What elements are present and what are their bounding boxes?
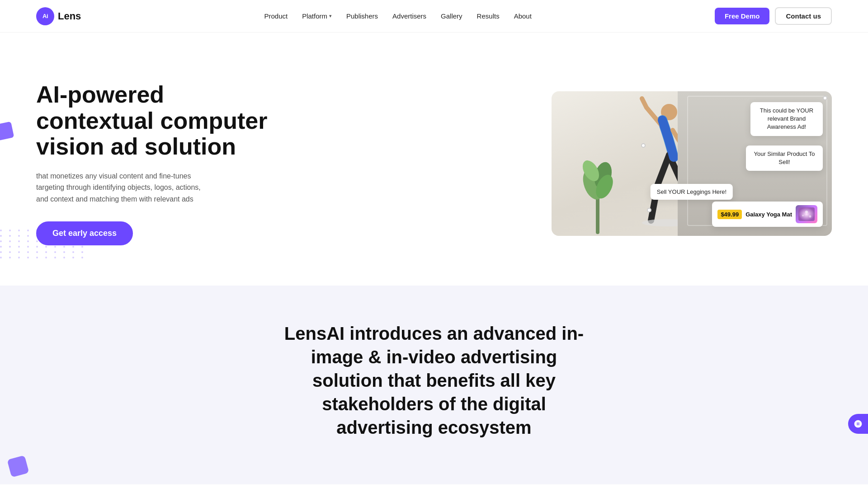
chevron-down-icon: ▾ [329, 13, 332, 19]
nav-about[interactable]: About [514, 12, 532, 20]
hero-image-area: This could be YOUR relevant Brand Awaren… [552, 91, 832, 236]
bottom-section: LensAI introduces an advanced in-image &… [0, 286, 868, 484]
hero-title: AI-powered contextual computer vision ad… [36, 82, 271, 160]
hero-section: // Generate dots inline for(let i=0;i<60… [0, 33, 868, 286]
logo-icon: Ai [36, 7, 54, 25]
ad-product: $49.99 Galaxy Yoga Mat [712, 202, 823, 227]
nav-platform[interactable]: Platform ▾ [302, 12, 332, 20]
ad-product-name: Galaxy Yoga Mat [745, 211, 792, 218]
bottom-left-decoration [7, 455, 29, 478]
nav-product[interactable]: Product [264, 12, 288, 20]
contact-button[interactable]: Contact us [775, 7, 832, 25]
chat-button[interactable] [848, 414, 868, 434]
nav-publishers[interactable]: Publishers [346, 12, 378, 20]
ad-brand-awareness: This could be YOUR relevant Brand Awaren… [750, 102, 823, 136]
ad-similar-product: Your Similar Product To Sell! [746, 145, 823, 171]
logo-name: Lens [58, 10, 81, 22]
nav-actions: Free Demo Contact us [715, 7, 832, 25]
ad-price: $49.99 [717, 210, 742, 219]
dot-connector-bottom [647, 208, 651, 212]
early-access-button[interactable]: Get early access [36, 221, 133, 245]
nav-links: Product Platform ▾ Publishers Advertiser… [264, 12, 531, 20]
nav-advertisers[interactable]: Advertisers [392, 12, 426, 20]
hero-content: AI-powered contextual computer vision ad… [36, 82, 271, 245]
nav-gallery[interactable]: Gallery [441, 12, 462, 20]
left-decoration [0, 122, 14, 141]
svg-rect-7 [798, 207, 815, 221]
nav-results[interactable]: Results [477, 12, 500, 20]
svg-point-9 [802, 215, 804, 216]
svg-point-8 [805, 211, 808, 213]
navbar: Ai Lens Product Platform ▾ Publishers Ad… [0, 0, 868, 33]
product-thumbnail [796, 205, 817, 223]
hero-image: This could be YOUR relevant Brand Awaren… [552, 91, 832, 236]
hero-description: that monetizes any visual content and fi… [36, 170, 208, 205]
bottom-title: LensAI introduces an advanced in-image &… [276, 322, 592, 439]
brand-logo[interactable]: Ai Lens [36, 7, 81, 25]
svg-point-10 [809, 216, 811, 218]
dot-connector-top [823, 96, 827, 100]
ad-leggings: Sell YOUR Leggings Here! [651, 184, 733, 200]
free-demo-button[interactable]: Free Demo [715, 8, 770, 24]
plant-decoration [580, 144, 616, 236]
